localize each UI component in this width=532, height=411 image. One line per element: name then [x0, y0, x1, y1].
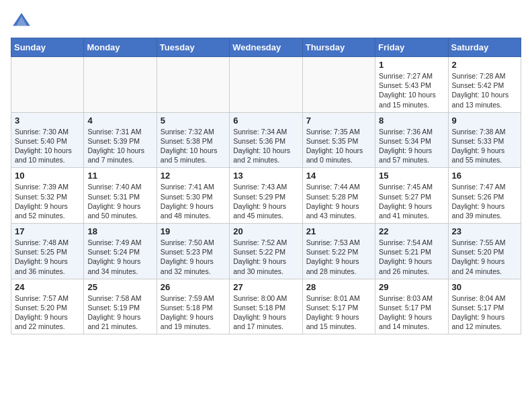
day-info: Sunrise: 7:50 AM Sunset: 5:23 PM Dayligh…	[161, 238, 226, 276]
calendar-table: SundayMondayTuesdayWednesdayThursdayFrid…	[11, 38, 521, 334]
day-number: 4	[87, 116, 152, 126]
day-number: 6	[233, 116, 298, 126]
day-info: Sunrise: 8:00 AM Sunset: 5:18 PM Dayligh…	[233, 293, 298, 332]
day-info: Sunrise: 7:38 AM Sunset: 5:33 PM Dayligh…	[452, 127, 517, 165]
day-number: 13	[233, 171, 298, 181]
day-number: 8	[379, 116, 444, 126]
day-info: Sunrise: 8:04 AM Sunset: 5:17 PM Dayligh…	[452, 293, 517, 332]
calendar-cell: 9Sunrise: 7:38 AM Sunset: 5:33 PM Daylig…	[448, 112, 521, 168]
day-info: Sunrise: 8:01 AM Sunset: 5:17 PM Dayligh…	[306, 293, 371, 332]
column-header-sunday: Sunday	[11, 38, 84, 57]
day-info: Sunrise: 7:36 AM Sunset: 5:34 PM Dayligh…	[379, 127, 444, 165]
day-number: 5	[161, 116, 226, 126]
calendar-cell: 15Sunrise: 7:45 AM Sunset: 5:27 PM Dayli…	[375, 168, 448, 224]
calendar-cell: 27Sunrise: 8:00 AM Sunset: 5:18 PM Dayli…	[230, 279, 302, 334]
calendar-cell: 25Sunrise: 7:58 AM Sunset: 5:19 PM Dayli…	[84, 279, 157, 334]
day-info: Sunrise: 7:53 AM Sunset: 5:22 PM Dayligh…	[306, 238, 371, 276]
calendar-cell: 20Sunrise: 7:52 AM Sunset: 5:22 PM Dayli…	[230, 224, 302, 279]
calendar-cell: 12Sunrise: 7:41 AM Sunset: 5:30 PM Dayli…	[157, 168, 229, 224]
calendar-cell: 28Sunrise: 8:01 AM Sunset: 5:17 PM Dayli…	[302, 279, 375, 334]
calendar-week-5: 24Sunrise: 7:57 AM Sunset: 5:20 PM Dayli…	[11, 279, 521, 334]
calendar-week-2: 3Sunrise: 7:30 AM Sunset: 5:40 PM Daylig…	[11, 112, 521, 168]
calendar-cell: 29Sunrise: 8:03 AM Sunset: 5:17 PM Dayli…	[375, 279, 448, 334]
day-info: Sunrise: 7:47 AM Sunset: 5:26 PM Dayligh…	[452, 182, 517, 220]
day-info: Sunrise: 7:54 AM Sunset: 5:21 PM Dayligh…	[379, 238, 444, 276]
calendar-cell	[84, 57, 157, 113]
calendar-cell: 4Sunrise: 7:31 AM Sunset: 5:39 PM Daylig…	[84, 112, 157, 168]
calendar-cell: 2Sunrise: 7:28 AM Sunset: 5:42 PM Daylig…	[448, 57, 521, 113]
calendar-cell: 13Sunrise: 7:43 AM Sunset: 5:29 PM Dayli…	[230, 168, 302, 224]
day-number: 27	[233, 282, 298, 292]
day-number: 9	[452, 116, 517, 126]
calendar-cell: 3Sunrise: 7:30 AM Sunset: 5:40 PM Daylig…	[11, 112, 84, 168]
day-info: Sunrise: 7:58 AM Sunset: 5:19 PM Dayligh…	[87, 293, 152, 332]
day-info: Sunrise: 7:41 AM Sunset: 5:30 PM Dayligh…	[161, 182, 226, 220]
day-number: 11	[87, 171, 152, 181]
day-info: Sunrise: 7:30 AM Sunset: 5:40 PM Dayligh…	[15, 127, 80, 165]
calendar-week-4: 17Sunrise: 7:48 AM Sunset: 5:25 PM Dayli…	[11, 224, 521, 279]
day-number: 30	[452, 282, 517, 292]
day-info: Sunrise: 7:49 AM Sunset: 5:24 PM Dayligh…	[87, 238, 152, 276]
column-header-wednesday: Wednesday	[230, 38, 302, 57]
calendar-cell	[157, 57, 229, 113]
calendar-cell: 17Sunrise: 7:48 AM Sunset: 5:25 PM Dayli…	[11, 224, 84, 279]
day-number: 17	[15, 226, 80, 236]
calendar-cell: 8Sunrise: 7:36 AM Sunset: 5:34 PM Daylig…	[375, 112, 448, 168]
day-info: Sunrise: 7:59 AM Sunset: 5:18 PM Dayligh…	[161, 293, 226, 332]
calendar-cell	[302, 57, 375, 113]
calendar-week-3: 10Sunrise: 7:39 AM Sunset: 5:32 PM Dayli…	[11, 168, 521, 224]
day-info: Sunrise: 7:48 AM Sunset: 5:25 PM Dayligh…	[15, 238, 80, 276]
day-number: 10	[15, 171, 80, 181]
day-info: Sunrise: 7:39 AM Sunset: 5:32 PM Dayligh…	[15, 182, 80, 220]
column-header-tuesday: Tuesday	[157, 38, 229, 57]
day-number: 16	[452, 171, 517, 181]
calendar-cell	[230, 57, 302, 113]
day-number: 20	[233, 226, 298, 236]
day-info: Sunrise: 7:57 AM Sunset: 5:20 PM Dayligh…	[15, 293, 80, 332]
calendar-cell: 6Sunrise: 7:34 AM Sunset: 5:36 PM Daylig…	[230, 112, 302, 168]
day-info: Sunrise: 7:44 AM Sunset: 5:28 PM Dayligh…	[306, 182, 371, 220]
day-number: 1	[379, 60, 444, 70]
day-number: 23	[452, 226, 517, 236]
day-info: Sunrise: 8:03 AM Sunset: 5:17 PM Dayligh…	[379, 293, 444, 332]
column-header-monday: Monday	[84, 38, 157, 57]
calendar-cell	[11, 57, 84, 113]
calendar-cell: 23Sunrise: 7:55 AM Sunset: 5:20 PM Dayli…	[448, 224, 521, 279]
day-number: 26	[161, 282, 226, 292]
logo-icon	[11, 11, 32, 32]
logo	[11, 11, 35, 32]
day-info: Sunrise: 7:45 AM Sunset: 5:27 PM Dayligh…	[379, 182, 444, 220]
day-info: Sunrise: 7:32 AM Sunset: 5:38 PM Dayligh…	[161, 127, 226, 165]
day-info: Sunrise: 7:40 AM Sunset: 5:31 PM Dayligh…	[87, 182, 152, 220]
calendar-cell: 30Sunrise: 8:04 AM Sunset: 5:17 PM Dayli…	[448, 279, 521, 334]
day-number: 22	[379, 226, 444, 236]
day-number: 21	[306, 226, 371, 236]
calendar-cell: 22Sunrise: 7:54 AM Sunset: 5:21 PM Dayli…	[375, 224, 448, 279]
calendar-cell: 24Sunrise: 7:57 AM Sunset: 5:20 PM Dayli…	[11, 279, 84, 334]
day-info: Sunrise: 7:34 AM Sunset: 5:36 PM Dayligh…	[233, 127, 298, 165]
day-info: Sunrise: 7:27 AM Sunset: 5:43 PM Dayligh…	[379, 71, 444, 109]
column-header-friday: Friday	[375, 38, 448, 57]
calendar-body: 1Sunrise: 7:27 AM Sunset: 5:43 PM Daylig…	[11, 57, 521, 334]
day-number: 3	[15, 116, 80, 126]
day-number: 7	[306, 116, 371, 126]
day-number: 19	[161, 226, 226, 236]
calendar-cell: 14Sunrise: 7:44 AM Sunset: 5:28 PM Dayli…	[302, 168, 375, 224]
calendar-cell: 18Sunrise: 7:49 AM Sunset: 5:24 PM Dayli…	[84, 224, 157, 279]
calendar-cell: 26Sunrise: 7:59 AM Sunset: 5:18 PM Dayli…	[157, 279, 229, 334]
calendar-cell: 19Sunrise: 7:50 AM Sunset: 5:23 PM Dayli…	[157, 224, 229, 279]
day-info: Sunrise: 7:55 AM Sunset: 5:20 PM Dayligh…	[452, 238, 517, 276]
column-header-thursday: Thursday	[302, 38, 375, 57]
day-info: Sunrise: 7:35 AM Sunset: 5:35 PM Dayligh…	[306, 127, 371, 165]
day-info: Sunrise: 7:43 AM Sunset: 5:29 PM Dayligh…	[233, 182, 298, 220]
day-info: Sunrise: 7:31 AM Sunset: 5:39 PM Dayligh…	[87, 127, 152, 165]
calendar-cell: 21Sunrise: 7:53 AM Sunset: 5:22 PM Dayli…	[302, 224, 375, 279]
column-header-saturday: Saturday	[448, 38, 521, 57]
calendar-cell: 1Sunrise: 7:27 AM Sunset: 5:43 PM Daylig…	[375, 57, 448, 113]
day-number: 18	[87, 226, 152, 236]
calendar-cell: 5Sunrise: 7:32 AM Sunset: 5:38 PM Daylig…	[157, 112, 229, 168]
day-info: Sunrise: 7:52 AM Sunset: 5:22 PM Dayligh…	[233, 238, 298, 276]
day-info: Sunrise: 7:28 AM Sunset: 5:42 PM Dayligh…	[452, 71, 517, 109]
calendar-cell: 11Sunrise: 7:40 AM Sunset: 5:31 PM Dayli…	[84, 168, 157, 224]
day-number: 28	[306, 282, 371, 292]
